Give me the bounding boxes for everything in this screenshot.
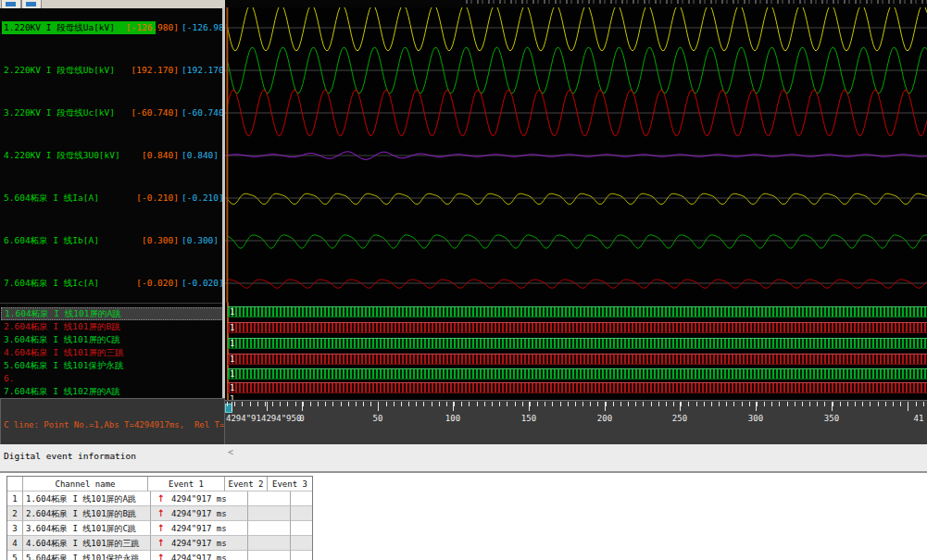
analog-channel-label[interactable]: 6.604柘泉 I 线Ib[A] <box>2 234 101 247</box>
ruler-label: 350 <box>824 414 839 423</box>
analog-channel-label[interactable]: 3.220KV I 段母线Uc[kV] <box>2 106 117 119</box>
analog-channel-row-7[interactable]: 7.604柘泉 I 线Ic[A][-0.020][-0.020] <box>0 277 222 290</box>
ruler-minor-tick <box>635 402 636 406</box>
event3-cell <box>291 521 313 536</box>
ruler-minor-tick <box>423 402 424 406</box>
ruler-minor-tick <box>446 402 447 406</box>
ruler-minor-tick <box>408 402 409 406</box>
ruler-minor-tick <box>787 402 788 406</box>
event-channel-name: 2.604柘泉 I 线101屏的B跳 <box>23 506 151 521</box>
ruler-label: 4294"950 <box>261 414 301 423</box>
ruler-minor-tick <box>492 402 493 406</box>
analog-channel-row-5[interactable]: 5.604柘泉 I 线Ia[A][-0.210][-0.210] <box>0 192 222 205</box>
analog-channel-value-secondary: [-0.210] <box>182 192 222 205</box>
ruler-minor-tick <box>439 402 440 406</box>
ruler-minor-tick <box>272 402 273 406</box>
ruler-minor-tick <box>658 402 659 406</box>
analog-channel-row-2[interactable]: 2.220KV I 段母线Ub[kV][192.170][192.170] <box>0 64 222 77</box>
ruler-major-tick <box>529 402 530 411</box>
analog-waveform-panel[interactable] <box>225 7 927 303</box>
event-table-row-4[interactable]: 44.604柘泉 I 线101屏的三跳↑4294"917 ms <box>7 536 312 551</box>
event1-cell: ↑4294"917 ms <box>151 521 248 536</box>
col-channel-name: Channel name <box>23 477 148 492</box>
event-table-row-5[interactable]: 55.604柘泉 I 线101保护永跳↑4294"917 ms <box>7 551 312 560</box>
analog-channel-value-primary: [0.840] <box>142 149 179 162</box>
analog-channel-row-4[interactable]: 4.220KV I 段母线3U0[kV][0.840][0.840] <box>0 149 222 162</box>
ruler-minor-tick <box>764 402 765 406</box>
ruler-minor-tick <box>870 402 871 406</box>
ruler-minor-tick <box>454 402 455 406</box>
ruler-minor-tick <box>742 402 743 406</box>
ruler-major-tick <box>302 402 303 411</box>
analog-channel-list: 1.220KV I 段母线Ua[kV][-126.980][-126.980]2… <box>0 8 222 303</box>
digital-channel-row-4[interactable]: 4.604柘泉 I 线101屏的三跳 <box>1 346 222 358</box>
clipped-text-strip <box>225 0 927 7</box>
ruler-major-tick <box>756 402 757 411</box>
ruler-minor-tick <box>628 402 629 406</box>
event-table-row-1[interactable]: 11.604柘泉 I 线101屏的A跳↑4294"917 ms <box>7 492 312 506</box>
analog-channel-label[interactable]: 5.604柘泉 I 线Ia[A] <box>2 192 101 205</box>
analog-channel-label[interactable]: 7.604柘泉 I 线Ic[A] <box>2 277 101 290</box>
toolbar-button-1-icon <box>6 2 16 6</box>
event-channel-name: 3.604柘泉 I 线101屏的C跳 <box>23 521 151 536</box>
digital-state-value: 1 <box>230 322 234 333</box>
digital-channel-row-1[interactable]: 1.604柘泉 I 线101屏的A跳 <box>1 307 222 320</box>
ruler-minor-tick <box>878 402 879 406</box>
time-cursor-line[interactable] <box>227 7 229 303</box>
event-row-number: 3 <box>7 521 23 536</box>
waveform-trace-5 <box>227 193 927 205</box>
col-event2: Event 2 <box>225 477 268 492</box>
event-table-row-3[interactable]: 33.604柘泉 I 线101屏的C跳↑4294"917 ms <box>7 521 312 536</box>
digital-channel-row-3[interactable]: 3.604柘泉 I 线101屏的C跳 <box>1 333 222 345</box>
ruler-minor-tick <box>681 402 682 406</box>
ruler-minor-tick <box>900 402 901 406</box>
waveform-analysis-window: 1.220KV I 段母线Ua[kV][-126.980][-126.980]2… <box>0 0 927 560</box>
scroll-left-arrow-icon[interactable]: < <box>228 447 233 457</box>
event1-cell: ↑4294"917 ms <box>151 492 248 506</box>
analog-channel-value-secondary: [0.300] <box>182 234 222 247</box>
analog-channel-row-6[interactable]: 6.604柘泉 I 线Ib[A][0.300][0.300] <box>0 234 222 247</box>
digital-state-bar-6: 1 <box>228 382 927 393</box>
col-rownum <box>7 477 23 492</box>
analog-channel-row-1[interactable]: 1.220KV I 段母线Ua[kV][-126.980][-126.980] <box>0 21 222 34</box>
ruler-major-tick <box>605 402 606 411</box>
ruler-minor-tick <box>287 402 288 406</box>
event3-cell <box>291 551 313 560</box>
ruler-minor-tick <box>597 402 598 406</box>
digital-state-bar-3: 1 <box>228 338 927 349</box>
ruler-minor-tick <box>711 402 712 406</box>
ruler-minor-tick <box>386 402 387 406</box>
ruler-minor-tick <box>771 402 772 406</box>
ruler-minor-tick <box>696 402 697 406</box>
ruler-minor-tick <box>923 402 924 406</box>
digital-waveform-panel[interactable]: 1 111111 <box>225 303 927 400</box>
analog-channel-label[interactable]: 4.220KV I 段母线3U0[kV] <box>2 149 122 162</box>
digital-channel-row-7[interactable]: 7.604柘泉 I 线102屏的A跳 <box>1 385 222 397</box>
analog-channel-row-3[interactable]: 3.220KV I 段母线Uc[kV][-60.740][-60.740] <box>0 106 222 119</box>
digital-channel-row-5[interactable]: 5.604柘泉 I 线101保护永跳 <box>1 359 222 371</box>
time-axis-ruler[interactable]: 4294"914294"95005010015020025030035041 <box>225 400 927 445</box>
table-header-row: Channel name Event 1 Event 2 Event 3 <box>7 477 312 492</box>
ruler-minor-tick <box>461 402 462 406</box>
ruler-minor-tick <box>401 402 402 406</box>
event1-time: 4294"917 ms <box>171 554 227 560</box>
event-table-row-2[interactable]: 22.604柘泉 I 线101屏的B跳↑4294"917 ms <box>7 506 312 521</box>
analog-channel-label[interactable]: 2.220KV I 段母线Ub[kV] <box>2 64 117 77</box>
digital-channel-row-2[interactable]: 2.604柘泉 I 线101屏的B跳 <box>1 320 222 332</box>
event-channel-name: 5.604柘泉 I 线101保护永跳 <box>23 551 151 560</box>
ruler-minor-tick <box>250 402 251 406</box>
event2-cell <box>248 551 291 560</box>
col-event3: Event 3 <box>268 477 312 492</box>
digital-channel-row-6[interactable]: 6. <box>1 372 222 384</box>
event2-cell <box>248 506 291 521</box>
ruler-minor-tick <box>522 402 523 406</box>
digital-event-table[interactable]: Channel name Event 1 Event 2 Event 3 11.… <box>6 476 313 560</box>
event1-cell: ↑4294"917 ms <box>151 536 248 551</box>
analog-channel-value-secondary: [-0.020] <box>182 277 222 290</box>
c-line-status: C line: Point No.=1,Abs T=4294917ms, Rel… <box>1 418 224 432</box>
ruler-major-tick <box>680 402 681 411</box>
ruler-minor-tick <box>332 402 333 406</box>
ruler-label: 100 <box>445 414 460 423</box>
ruler-minor-tick <box>817 402 818 406</box>
ruler-minor-tick <box>666 402 667 406</box>
